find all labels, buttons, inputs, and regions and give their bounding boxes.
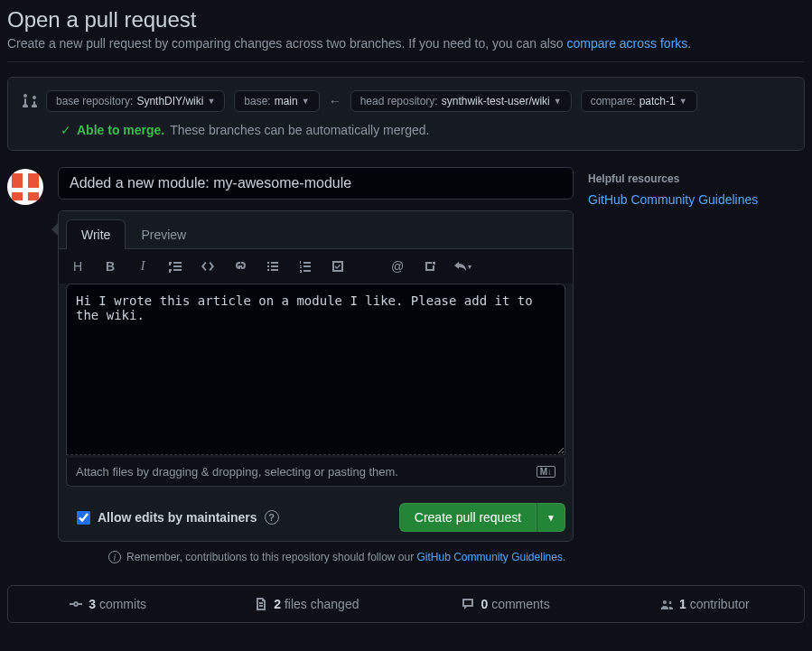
compare-value: patch-1 — [639, 95, 676, 107]
remember-suffix: . — [563, 551, 565, 563]
commits-label: commits — [96, 597, 146, 611]
comment-box: Write Preview H B I @ ▾ Attach files — [58, 210, 574, 542]
cross-reference-icon[interactable] — [420, 256, 440, 276]
guidelines-link-sidebar[interactable]: GitHub Community Guidelines — [588, 192, 758, 207]
list-ordered-icon[interactable] — [295, 256, 315, 276]
summary-files[interactable]: 2 files changed — [207, 586, 406, 622]
base-repo-value: SynthDIY/wiki — [136, 95, 203, 107]
page-title: Open a pull request — [7, 7, 805, 33]
subtitle-suffix: . — [687, 36, 691, 51]
italic-icon[interactable]: I — [133, 256, 153, 276]
sidebar-heading: Helpful resources — [588, 172, 805, 185]
head-repo-label: head repository: — [360, 95, 438, 107]
commits-count: 3 — [89, 597, 96, 611]
subtitle-text: Create a new pull request by comparing c… — [7, 36, 566, 51]
merge-status: ✓ Able to merge. These branches can be a… — [23, 123, 789, 137]
base-label: base: — [244, 95, 270, 107]
guidelines-link-inline[interactable]: GitHub Community Guidelines — [417, 551, 563, 563]
contributors-label: contributor — [686, 597, 750, 611]
merge-detail-text: These branches can be automatically merg… — [170, 123, 429, 137]
caret-down-icon: ▼ — [207, 97, 215, 106]
remember-prefix: Remember, contributions to this reposito… — [126, 551, 417, 563]
commit-icon — [69, 597, 83, 611]
compare-branch-selector[interactable]: compare: patch-1 ▼ — [581, 90, 697, 112]
code-icon[interactable] — [198, 256, 218, 276]
tasklist-icon[interactable] — [328, 256, 348, 276]
files-label: files changed — [281, 597, 359, 611]
tab-preview[interactable]: Preview — [126, 219, 201, 249]
attach-hint: Attach files by dragging & dropping, sel… — [76, 465, 398, 479]
summary-bar: 3 commits 2 files changed 0 comments 1 c… — [7, 585, 805, 623]
heading-icon[interactable]: H — [68, 256, 88, 276]
caret-down-icon: ▼ — [554, 97, 562, 106]
merge-able-text: Able to merge. — [77, 123, 164, 137]
quote-icon[interactable] — [165, 256, 185, 276]
comment-icon — [461, 597, 475, 611]
pr-title-input[interactable] — [58, 167, 574, 200]
compare-label: compare: — [591, 95, 636, 107]
bold-icon[interactable]: B — [100, 256, 120, 276]
allow-edits-checkbox[interactable] — [77, 511, 90, 525]
head-repo-selector[interactable]: head repository: synthwik-test-user/wiki… — [350, 90, 572, 112]
reply-icon[interactable]: ▾ — [453, 256, 472, 276]
contributors-count: 1 — [679, 597, 686, 611]
compare-box: base repository: SynthDIY/wiki ▼ base: m… — [7, 77, 805, 151]
sidebar: Helpful resources GitHub Community Guide… — [588, 167, 805, 207]
base-repo-selector[interactable]: base repository: SynthDIY/wiki ▼ — [46, 90, 225, 112]
create-pr-button-group: Create pull request ▼ — [399, 503, 565, 532]
caret-down-icon: ▼ — [302, 97, 310, 106]
file-diff-icon — [254, 597, 268, 611]
info-icon: i — [108, 551, 121, 563]
markdown-toolbar: H B I @ ▾ — [59, 249, 573, 284]
summary-contributors[interactable]: 1 contributor — [605, 586, 804, 622]
guidelines-reminder: i Remember, contributions to this reposi… — [58, 551, 574, 563]
create-pr-button[interactable]: Create pull request — [399, 503, 537, 532]
head-repo-value: synthwik-test-user/wiki — [442, 95, 550, 107]
help-icon[interactable]: ? — [265, 510, 279, 525]
list-unordered-icon[interactable] — [263, 256, 283, 276]
base-value: main — [275, 95, 298, 107]
people-icon — [659, 597, 674, 611]
allow-edits-label[interactable]: Allow edits by maintainers ? — [77, 510, 279, 525]
compare-forks-link[interactable]: compare across forks — [566, 36, 687, 51]
caret-down-icon: ▼ — [679, 97, 687, 106]
page-subtitle: Create a new pull request by comparing c… — [7, 36, 805, 62]
link-icon[interactable] — [230, 256, 250, 276]
base-branch-selector[interactable]: base: main ▼ — [234, 90, 319, 112]
markdown-badge-icon[interactable]: M↓ — [537, 466, 555, 478]
summary-comments[interactable]: 0 comments — [406, 586, 605, 622]
user-avatar[interactable] — [7, 169, 43, 205]
tab-write[interactable]: Write — [66, 219, 126, 249]
summary-commits[interactable]: 3 commits — [8, 586, 207, 622]
files-count: 2 — [274, 597, 281, 611]
pr-body-textarea[interactable] — [66, 284, 565, 455]
branch-row: base repository: SynthDIY/wiki ▼ base: m… — [23, 90, 789, 112]
attach-bar[interactable]: Attach files by dragging & dropping, sel… — [66, 458, 565, 487]
comments-label: comments — [488, 597, 549, 611]
base-repo-label: base repository: — [56, 95, 133, 107]
create-pr-dropdown[interactable]: ▼ — [537, 503, 565, 532]
git-compare-icon — [23, 93, 37, 110]
allow-edits-text: Allow edits by maintainers — [98, 510, 257, 525]
mention-icon[interactable]: @ — [387, 256, 407, 276]
editor-tabs: Write Preview — [59, 211, 573, 249]
check-icon: ✓ — [61, 123, 71, 137]
arrow-left-icon: ← — [329, 94, 341, 108]
actions-row: Allow edits by maintainers ? Create pull… — [59, 494, 573, 541]
